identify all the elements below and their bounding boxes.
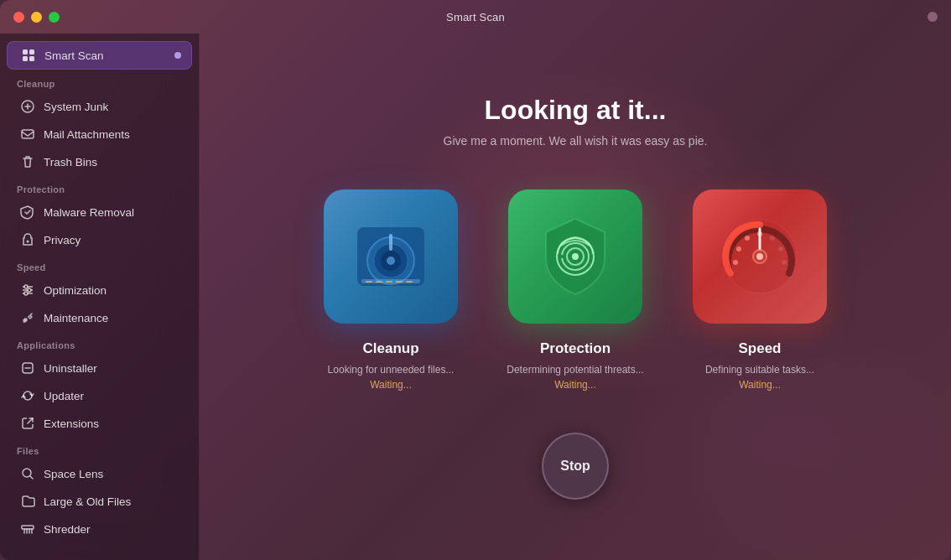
maintenance-label: Maintenance bbox=[44, 312, 108, 324]
privacy-label: Privacy bbox=[44, 234, 81, 246]
cleanup-card-status: Looking for unneeded files... bbox=[328, 364, 455, 376]
space-lens-label: Space Lens bbox=[44, 468, 103, 480]
uninstaller-label: Uninstaller bbox=[44, 362, 97, 375]
svg-rect-1 bbox=[29, 49, 34, 54]
protection-card-status: Determining potential threats... bbox=[507, 364, 643, 376]
svg-point-10 bbox=[24, 285, 28, 288]
svg-point-12 bbox=[24, 292, 28, 295]
sidebar-item-privacy[interactable]: Privacy bbox=[7, 226, 192, 253]
sidebar-item-smart-scan[interactable]: Smart Scan bbox=[7, 41, 192, 70]
malware-icon bbox=[20, 205, 35, 220]
svg-rect-3 bbox=[29, 56, 34, 61]
uninstaller-icon bbox=[20, 360, 35, 376]
svg-rect-25 bbox=[386, 281, 392, 283]
svg-point-6 bbox=[27, 241, 29, 243]
main-content: Looking at it... Give me a moment. We al… bbox=[200, 34, 951, 560]
svg-point-42 bbox=[756, 253, 763, 260]
sidebar-item-trash-bins[interactable]: Trash Bins bbox=[7, 148, 192, 175]
space-lens-icon bbox=[20, 466, 35, 481]
svg-point-38 bbox=[778, 246, 783, 251]
section-label-speed: Speed bbox=[0, 254, 199, 276]
protection-card-title: Protection bbox=[540, 340, 611, 357]
updater-icon bbox=[20, 388, 35, 403]
svg-point-11 bbox=[28, 288, 31, 292]
main-layout: Smart Scan Cleanup System Junk bbox=[0, 34, 951, 560]
sidebar-item-shredder[interactable]: Shredder bbox=[7, 516, 192, 542]
cleanup-card-title: Cleanup bbox=[362, 340, 418, 357]
cleanup-icon bbox=[324, 189, 458, 324]
sidebar-item-mail-attachments[interactable]: Mail Attachments bbox=[7, 121, 192, 148]
cleanup-card-waiting: Waiting... bbox=[370, 379, 412, 391]
svg-rect-0 bbox=[23, 49, 28, 54]
section-label-cleanup: Cleanup bbox=[0, 70, 199, 92]
svg-rect-2 bbox=[23, 56, 28, 61]
scan-cards-row: Cleanup Looking for unneeded files... Wa… bbox=[315, 189, 835, 391]
traffic-lights bbox=[13, 12, 60, 23]
svg-point-33 bbox=[733, 260, 738, 265]
content-subheading: Give me a moment. We all wish it was eas… bbox=[444, 134, 708, 148]
trash-bins-label: Trash Bins bbox=[44, 156, 97, 169]
window-title: Smart Scan bbox=[446, 11, 505, 23]
svg-rect-24 bbox=[376, 281, 382, 283]
system-junk-icon bbox=[20, 99, 35, 114]
sidebar-item-updater[interactable]: Updater bbox=[7, 382, 192, 409]
speed-card: Speed Defining suitable tasks... Waiting… bbox=[684, 189, 835, 391]
section-label-protection: Protection bbox=[0, 176, 199, 198]
system-junk-label: System Junk bbox=[44, 101, 108, 113]
sidebar-item-system-junk[interactable]: System Junk bbox=[7, 93, 192, 120]
active-indicator bbox=[174, 52, 181, 59]
protection-card-waiting: Waiting... bbox=[554, 379, 596, 391]
optimization-label: Optimization bbox=[44, 284, 107, 297]
sidebar-item-maintenance[interactable]: Maintenance bbox=[7, 304, 192, 331]
extensions-label: Extensions bbox=[44, 417, 99, 430]
sidebar-item-smart-scan-label: Smart Scan bbox=[44, 49, 104, 62]
speed-card-status: Defining suitable tasks... bbox=[705, 364, 814, 376]
sidebar-item-large-old-files[interactable]: Large & Old Files bbox=[7, 488, 192, 515]
shredder-icon bbox=[20, 521, 35, 537]
privacy-icon bbox=[20, 232, 35, 247]
speed-icon bbox=[693, 189, 827, 324]
svg-rect-21 bbox=[389, 234, 392, 251]
maximize-button[interactable] bbox=[49, 12, 60, 23]
svg-rect-26 bbox=[396, 281, 403, 283]
speed-card-waiting: Waiting... bbox=[739, 379, 781, 391]
sidebar-item-uninstaller[interactable]: Uninstaller bbox=[7, 355, 192, 381]
sidebar-item-optimization[interactable]: Optimization bbox=[7, 277, 192, 303]
svg-point-35 bbox=[745, 236, 750, 241]
protection-icon bbox=[508, 189, 642, 324]
large-old-files-icon bbox=[20, 494, 35, 509]
sidebar-item-malware-removal[interactable]: Malware Removal bbox=[7, 199, 192, 226]
svg-rect-5 bbox=[22, 130, 34, 138]
sidebar-item-extensions[interactable]: Extensions bbox=[7, 410, 192, 437]
malware-removal-label: Malware Removal bbox=[44, 206, 134, 219]
optimization-icon bbox=[20, 283, 35, 298]
minimize-button[interactable] bbox=[31, 12, 42, 23]
large-old-files-label: Large & Old Files bbox=[44, 495, 131, 508]
svg-point-31 bbox=[572, 253, 579, 260]
cleanup-card: Cleanup Looking for unneeded files... Wa… bbox=[315, 189, 466, 391]
stop-button[interactable]: Stop bbox=[542, 433, 609, 500]
smart-scan-icon bbox=[21, 48, 36, 63]
svg-point-34 bbox=[736, 246, 741, 251]
section-label-applications: Applications bbox=[0, 332, 199, 354]
svg-point-37 bbox=[770, 236, 775, 241]
sidebar-item-space-lens[interactable]: Space Lens bbox=[7, 460, 192, 487]
app-window: Smart Scan Smart Scan Cleanup bbox=[0, 0, 951, 560]
speed-card-title: Speed bbox=[738, 340, 781, 357]
close-button[interactable] bbox=[13, 12, 24, 23]
content-heading: Looking at it... bbox=[485, 95, 667, 126]
section-label-files: Files bbox=[0, 438, 199, 459]
mail-attachments-label: Mail Attachments bbox=[44, 128, 130, 141]
svg-rect-27 bbox=[406, 281, 413, 283]
extensions-icon bbox=[20, 416, 35, 431]
shredder-label: Shredder bbox=[44, 523, 91, 536]
svg-point-20 bbox=[387, 257, 395, 265]
titlebar: Smart Scan bbox=[0, 0, 951, 34]
svg-rect-23 bbox=[366, 281, 372, 283]
protection-card: Protection Determining potential threats… bbox=[500, 189, 651, 391]
updater-label: Updater bbox=[44, 390, 84, 402]
sidebar: Smart Scan Cleanup System Junk bbox=[0, 34, 200, 560]
mail-icon bbox=[20, 127, 35, 142]
svg-point-39 bbox=[782, 260, 787, 265]
maintenance-icon bbox=[20, 310, 35, 325]
